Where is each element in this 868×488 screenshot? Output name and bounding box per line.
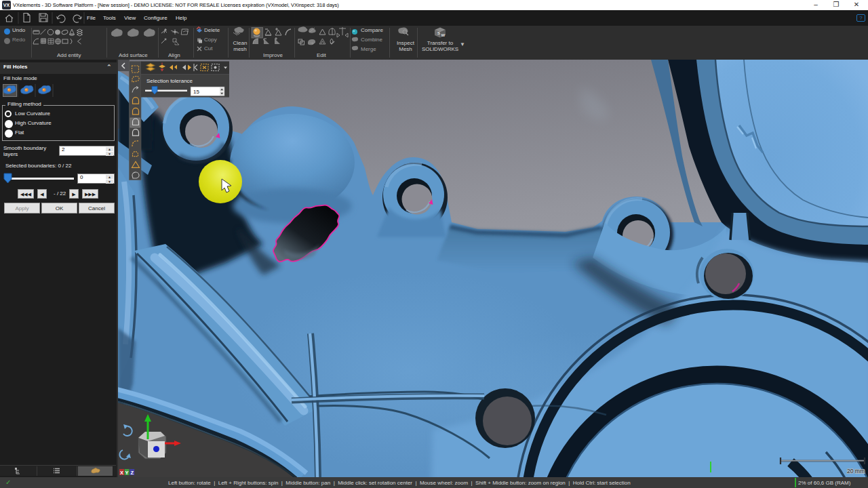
svg-text:W: W: [441, 33, 446, 37]
svg-text:15: 15: [193, 89, 199, 95]
svg-text:X: X: [120, 470, 123, 476]
svg-text:Y: Y: [125, 470, 129, 476]
svg-text:Z: Z: [130, 470, 134, 476]
svg-text:Selection tolerance: Selection tolerance: [146, 78, 193, 84]
svg-text:20 mm: 20 mm: [847, 468, 865, 474]
svg-text:S: S: [437, 31, 440, 35]
